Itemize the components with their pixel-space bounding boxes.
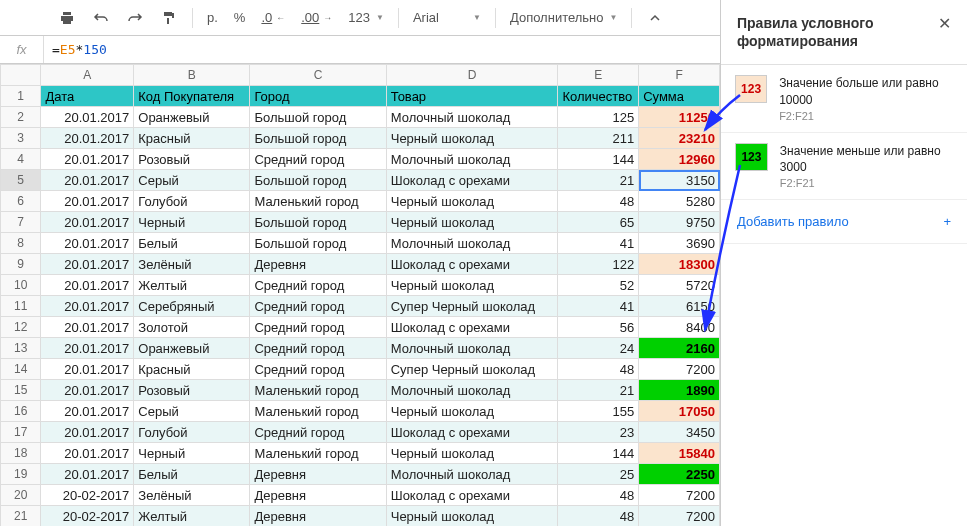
column-header[interactable]: A: [41, 65, 134, 86]
row-header[interactable]: 10: [1, 275, 41, 296]
cell[interactable]: 18300: [639, 254, 720, 275]
cell[interactable]: Средний город: [250, 422, 386, 443]
cell[interactable]: Черный шоколад: [386, 506, 558, 527]
cell[interactable]: 48: [558, 191, 639, 212]
cell[interactable]: 23210: [639, 128, 720, 149]
cell[interactable]: 20.01.2017: [41, 464, 134, 485]
row-header[interactable]: 7: [1, 212, 41, 233]
cell[interactable]: Маленький город: [250, 401, 386, 422]
cell[interactable]: 20.01.2017: [41, 380, 134, 401]
cell[interactable]: 3150: [639, 170, 720, 191]
more-dropdown[interactable]: Дополнительно▼: [504, 6, 624, 29]
cell[interactable]: 48: [558, 506, 639, 527]
row-header[interactable]: 5: [1, 170, 41, 191]
cell[interactable]: 8400: [639, 317, 720, 338]
cell[interactable]: Розовый: [134, 149, 250, 170]
cell[interactable]: 15840: [639, 443, 720, 464]
header-cell[interactable]: Код Покупателя: [134, 86, 250, 107]
spreadsheet-grid[interactable]: ABCDEF1ДатаКод ПокупателяГородТоварКолич…: [0, 64, 720, 526]
cell[interactable]: Средний город: [250, 296, 386, 317]
cell[interactable]: 17050: [639, 401, 720, 422]
cell[interactable]: 56: [558, 317, 639, 338]
cell[interactable]: Средний город: [250, 275, 386, 296]
cell[interactable]: Большой город: [250, 128, 386, 149]
undo-button[interactable]: [86, 5, 116, 31]
cell[interactable]: Шоколад с орехами: [386, 170, 558, 191]
percent-button[interactable]: %: [228, 6, 252, 29]
cell[interactable]: 5720: [639, 275, 720, 296]
cell[interactable]: Красный: [134, 359, 250, 380]
cell[interactable]: 20.01.2017: [41, 401, 134, 422]
cell[interactable]: Желтый: [134, 506, 250, 527]
cell[interactable]: 25: [558, 464, 639, 485]
cell[interactable]: 144: [558, 149, 639, 170]
cell[interactable]: Деревня: [250, 464, 386, 485]
cell[interactable]: 7200: [639, 485, 720, 506]
cell[interactable]: 20-02-2017: [41, 485, 134, 506]
close-panel-button[interactable]: ✕: [938, 14, 951, 33]
select-all-corner[interactable]: [1, 65, 41, 86]
collapse-toolbar-button[interactable]: [640, 5, 670, 31]
cell[interactable]: Черный шоколад: [386, 191, 558, 212]
row-header[interactable]: 18: [1, 443, 41, 464]
cell[interactable]: 125: [558, 107, 639, 128]
row-header[interactable]: 16: [1, 401, 41, 422]
cell[interactable]: Маленький город: [250, 191, 386, 212]
cell[interactable]: 20.01.2017: [41, 317, 134, 338]
cell[interactable]: Черный шоколад: [386, 212, 558, 233]
cell[interactable]: 144: [558, 443, 639, 464]
header-cell[interactable]: Товар: [386, 86, 558, 107]
number-format-dropdown[interactable]: 123▼: [342, 6, 390, 29]
cell[interactable]: Черный шоколад: [386, 401, 558, 422]
column-header[interactable]: E: [558, 65, 639, 86]
cell[interactable]: 20.01.2017: [41, 107, 134, 128]
cell[interactable]: Голубой: [134, 191, 250, 212]
header-cell[interactable]: Дата: [41, 86, 134, 107]
row-header[interactable]: 6: [1, 191, 41, 212]
cell[interactable]: 20.01.2017: [41, 275, 134, 296]
cell[interactable]: Молочный шоколад: [386, 149, 558, 170]
cell[interactable]: 20.01.2017: [41, 254, 134, 275]
cell[interactable]: 20.01.2017: [41, 233, 134, 254]
cell[interactable]: 65: [558, 212, 639, 233]
row-header[interactable]: 14: [1, 359, 41, 380]
row-header[interactable]: 15: [1, 380, 41, 401]
cell[interactable]: Черный шоколад: [386, 275, 558, 296]
cell[interactable]: Молочный шоколад: [386, 338, 558, 359]
cell[interactable]: Большой город: [250, 170, 386, 191]
cell[interactable]: Большой город: [250, 212, 386, 233]
cell[interactable]: Зелёный: [134, 485, 250, 506]
cell[interactable]: 2250: [639, 464, 720, 485]
row-header[interactable]: 13: [1, 338, 41, 359]
cell[interactable]: Черный шоколад: [386, 128, 558, 149]
cell[interactable]: 20.01.2017: [41, 170, 134, 191]
cell[interactable]: Средний город: [250, 149, 386, 170]
cell[interactable]: 11250: [639, 107, 720, 128]
cell[interactable]: 24: [558, 338, 639, 359]
cell[interactable]: Шоколад с орехами: [386, 317, 558, 338]
header-cell[interactable]: Сумма: [639, 86, 720, 107]
cell[interactable]: Средний город: [250, 359, 386, 380]
cell[interactable]: Супер Черный шоколад: [386, 359, 558, 380]
header-cell[interactable]: Город: [250, 86, 386, 107]
cell[interactable]: Серебряный: [134, 296, 250, 317]
cell[interactable]: Средний город: [250, 317, 386, 338]
cell[interactable]: 20-02-2017: [41, 506, 134, 527]
font-dropdown[interactable]: Arial▼: [407, 6, 487, 29]
cell[interactable]: 155: [558, 401, 639, 422]
cell[interactable]: Шоколад с орехами: [386, 254, 558, 275]
cell[interactable]: Деревня: [250, 485, 386, 506]
cell[interactable]: Большой город: [250, 233, 386, 254]
row-header[interactable]: 3: [1, 128, 41, 149]
cell[interactable]: 3450: [639, 422, 720, 443]
header-cell[interactable]: Количество: [558, 86, 639, 107]
column-header[interactable]: D: [386, 65, 558, 86]
row-header[interactable]: 20: [1, 485, 41, 506]
row-header[interactable]: 12: [1, 317, 41, 338]
cell[interactable]: Черный: [134, 212, 250, 233]
cell[interactable]: 23: [558, 422, 639, 443]
cell[interactable]: 5280: [639, 191, 720, 212]
cell[interactable]: Средний город: [250, 338, 386, 359]
cell[interactable]: Розовый: [134, 380, 250, 401]
row-header[interactable]: 11: [1, 296, 41, 317]
